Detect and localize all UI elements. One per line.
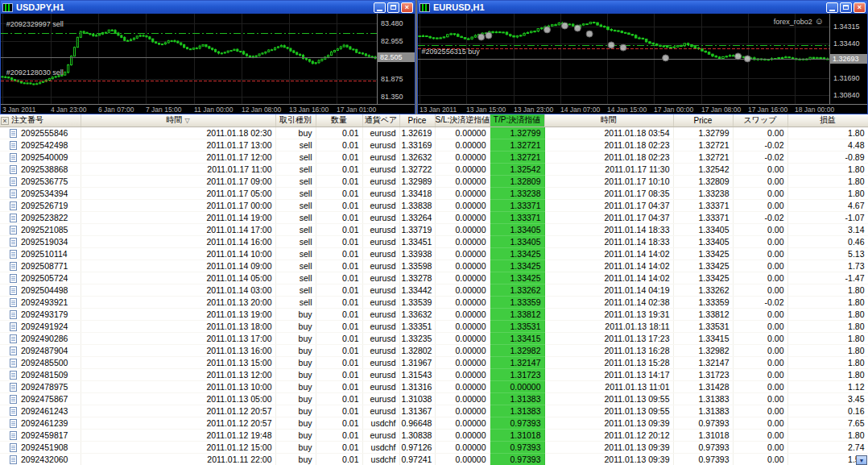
order-note-icon: [10, 347, 17, 355]
cell-open-time: 2011.01.14 10:00: [81, 247, 275, 259]
cell-pair: eurusd: [362, 429, 399, 441]
titlebar-usdjpy[interactable]: USDJPY,H1 ×: [1, 1, 415, 14]
table-row[interactable]: 20925087712011.01.14 09:00sell0.01eurusd…: [0, 259, 868, 272]
time-label: 13 Jan 2011: [420, 106, 457, 114]
table-row[interactable]: 20925101142011.01.14 10:00sell0.01eurusd…: [0, 247, 868, 259]
cell-stop-loss: 0.00000: [435, 344, 490, 356]
table-row[interactable]: 20924855002011.01.13 15:00buy0.01eurusd1…: [0, 356, 868, 368]
terminal-close-icon[interactable]: ×: [1, 117, 9, 125]
table-row[interactable]: 20924919242011.01.13 18:00buy0.01eurusd1…: [0, 320, 868, 332]
cell-swap: 0.00: [733, 344, 787, 356]
col-type[interactable]: 取引種別: [275, 114, 316, 127]
cell-volume: 0.01: [316, 259, 362, 272]
cell-close-time: 2011.01.14 18:33: [544, 223, 673, 235]
cell-take-profit: 0.97393: [490, 453, 544, 465]
restore-button[interactable]: [387, 2, 399, 13]
table-row[interactable]: 20924931792011.01.13 19:00buy0.01eurusd1…: [0, 308, 868, 320]
usdjpy-chart-canvas[interactable]: #2092329997 sell#2092128030 sell83.48082…: [1, 14, 415, 114]
cell-close-time: 2011.01.13 09:39: [544, 441, 673, 453]
table-row[interactable]: 20924320602011.01.11 22:00buy0.01usdchf0…: [0, 453, 868, 465]
order-note-icon: [10, 250, 17, 259]
cell-close-price: 1.32982: [673, 344, 733, 356]
table-row[interactable]: 20925267192011.01.17 00:00sell0.01eurusd…: [0, 199, 868, 211]
table-row[interactable]: 20924598172011.01.12 19:48buy0.01eurusd1…: [0, 429, 868, 441]
table-row[interactable]: 20925388682011.01.17 11:00sell0.01eurusd…: [0, 163, 868, 175]
col-pair[interactable]: 通貨ペア: [362, 114, 399, 127]
cell-swap: 0.00: [733, 235, 787, 247]
cell-pair: eurusd: [362, 405, 399, 417]
cell-order-number: 2092461239: [0, 417, 81, 429]
cell-order-number: 2092504498: [0, 284, 81, 296]
cell-type: buy: [275, 127, 316, 139]
col-open-time[interactable]: 時間▽: [81, 114, 275, 127]
table-row[interactable]: 20925558462011.01.18 02:30buy0.01eurusd1…: [0, 127, 868, 139]
col-volume[interactable]: 数量: [316, 114, 362, 127]
cell-profit: 1.80: [787, 308, 868, 320]
cell-open-price: 1.33442: [399, 284, 435, 296]
cell-type: buy: [275, 417, 316, 429]
cell-open-price: 1.33598: [399, 259, 435, 272]
cell-open-time: 2011.01.14 19:00: [81, 211, 275, 223]
table-row[interactable]: 20924612432011.01.12 20:57buy0.01eurusd1…: [0, 405, 868, 417]
titlebar-eurusd[interactable]: EURUSD,H1 ×: [418, 1, 867, 14]
col-take-profit[interactable]: T/P:決済指値: [490, 114, 544, 127]
cell-pair: eurusd: [362, 187, 399, 199]
cell-pair: usdchf: [362, 441, 399, 453]
table-row[interactable]: 20925424982011.01.17 13:00sell0.01eurusd…: [0, 139, 868, 151]
col-close-price[interactable]: Price: [673, 114, 733, 127]
cell-open-price: 1.33451: [399, 235, 435, 247]
close-button[interactable]: ×: [854, 2, 866, 13]
close-button[interactable]: ×: [401, 2, 413, 13]
table-row[interactable]: 20924815092011.01.13 12:00buy0.01eurusd1…: [0, 368, 868, 380]
cell-order-number: 2092505724: [0, 272, 81, 284]
cell-open-price: 1.33719: [399, 223, 435, 235]
col-swap[interactable]: スワップ: [733, 114, 787, 127]
table-row[interactable]: 20925343942011.01.17 05:00sell0.01eurusd…: [0, 187, 868, 199]
price-label: 82.955: [381, 37, 403, 45]
window-title: EURUSD,H1: [433, 2, 485, 12]
restore-button[interactable]: [840, 2, 852, 13]
cell-order-number: 2092510114: [0, 247, 81, 259]
table-row[interactable]: 20924939212011.01.13 20:00sell0.01eurusd…: [0, 296, 868, 308]
table-row[interactable]: 20925044982011.01.14 03:00sell0.01eurusd…: [0, 284, 868, 296]
cell-type: buy: [275, 380, 316, 392]
cell-pair: eurusd: [362, 380, 399, 392]
cell-volume: 0.01: [316, 272, 362, 284]
order-note-icon: [10, 214, 17, 222]
cell-stop-loss: 0.00000: [435, 356, 490, 368]
table-row[interactable]: 20925057242011.01.14 05:00sell0.01eurusd…: [0, 272, 868, 284]
cell-open-time: 2011.01.13 17:00: [81, 332, 275, 344]
cell-order-number: 2092481509: [0, 368, 81, 380]
cell-type: sell: [275, 187, 316, 199]
cell-order-number: 2092508771: [0, 259, 81, 272]
col-profit[interactable]: 損益: [787, 114, 868, 127]
price-label: 81.875: [381, 75, 403, 83]
col-close-time[interactable]: 時間: [544, 114, 673, 127]
table-row[interactable]: 20925238222011.01.14 19:00sell0.01eurusd…: [0, 211, 868, 223]
table-row[interactable]: 20924789752011.01.13 10:00buy0.01eurusd1…: [0, 380, 868, 392]
table-row[interactable]: 20925367752011.01.17 09:00sell0.01eurusd…: [0, 175, 868, 187]
cell-close-time: 2011.01.13 16:28: [544, 344, 673, 356]
table-row[interactable]: 20925210852011.01.14 17:00sell0.01eurusd…: [0, 223, 868, 235]
col-order-number[interactable]: 注文番号: [0, 114, 81, 127]
cell-close-price: 1.33262: [673, 284, 733, 296]
table-header-row: 注文番号 時間▽ 取引種別 数量 通貨ペア Price S/L:決済逆指値 T/…: [0, 114, 868, 127]
cell-close-time: 2011.01.14 02:38: [544, 296, 673, 308]
cell-type: buy: [275, 368, 316, 380]
table-row[interactable]: 20925400092011.01.17 12:00sell0.01eurusd…: [0, 151, 868, 163]
table-row[interactable]: 20924612392011.01.12 20:57buy0.01usdchf0…: [0, 417, 868, 429]
table-row[interactable]: 20924902862011.01.13 17:00buy0.01eurusd1…: [0, 332, 868, 344]
order-note-icon: [10, 310, 17, 319]
table-row[interactable]: 20924519082011.01.12 15:00buy0.01usdchf0…: [0, 441, 868, 453]
table-row[interactable]: 20924758672011.01.13 05:00buy0.01eurusd1…: [0, 392, 868, 405]
minimize-button[interactable]: [826, 2, 838, 13]
col-stop-loss[interactable]: S/L:決済逆指値: [435, 114, 490, 127]
order-note-icon: [10, 334, 17, 343]
scroll-down-button[interactable]: ▼: [856, 455, 867, 465]
cell-close-time: 2011.01.13 15:28: [544, 356, 673, 368]
table-row[interactable]: 20925190342011.01.14 16:00sell0.01eurusd…: [0, 235, 868, 247]
col-open-price[interactable]: Price: [399, 114, 435, 127]
table-row[interactable]: 20924879042011.01.13 16:00buy0.01eurusd1…: [0, 344, 868, 356]
eurusd-chart-canvas[interactable]: #2092556315 buy1.343151.334401.316901.30…: [418, 14, 867, 114]
minimize-button[interactable]: [374, 2, 386, 13]
